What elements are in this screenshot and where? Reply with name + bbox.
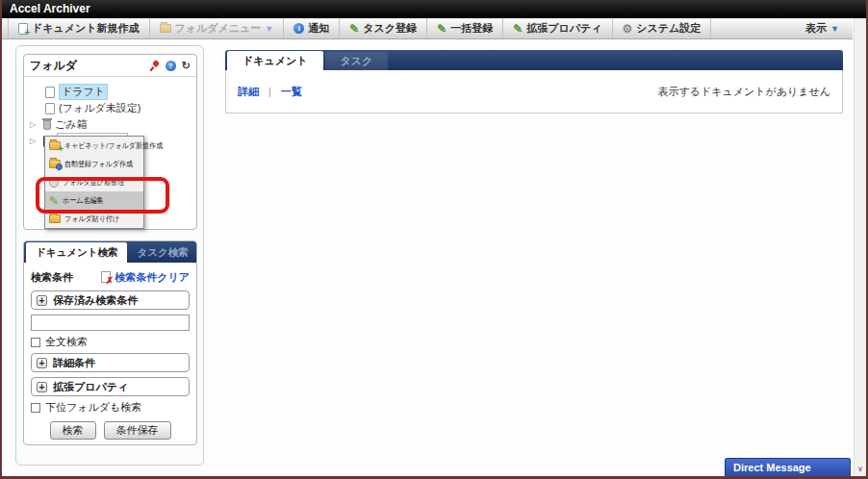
document-panel: ドキュメント タスク 詳細 | 一覧 表示するドキュメントがありません [225,50,843,113]
document-icon [45,87,55,98]
folder-panel-header: フォルダ ? ↻ [24,55,196,77]
subfolder-checkbox-row: 下位フォルダも検索 [31,401,190,414]
tree-item-label: ごみ箱 [55,117,88,132]
new-document-button[interactable]: ドキュメント新規作成 [8,18,150,38]
trash-icon [43,120,51,130]
tree-item-trash[interactable]: ▷ ごみ箱 [24,116,196,133]
task-register-label: タスク登録 [363,21,417,36]
tree-item-unfiled[interactable]: (フォルダ未設定) [24,100,196,116]
clear-criteria-label: 検索条件クリア [115,270,190,285]
scrollbar-down-arrow-icon[interactable]: ∨ [855,462,866,476]
chevron-down-icon: ▼ [265,24,273,34]
plus-icon[interactable]: + [37,382,47,392]
menu-item-paste-folder[interactable]: フォルダ貼り付け [45,210,143,228]
toolbar: ドキュメント新規作成 フォルダメニュー ▼ i 通知 ✎ タスク登録 ✎ 一括登… [2,18,853,39]
detail-view-link[interactable]: 詳細 [238,85,259,99]
plus-icon[interactable]: + [37,295,47,306]
tab-task[interactable]: タスク [325,52,389,70]
saved-conditions-expander[interactable]: + 保存済み検索条件 [31,290,190,310]
menu-item-label: ホーム名編集 [63,195,104,206]
bulk-register-label: 一括登録 [450,21,493,36]
document-tab-bar: ドキュメント タスク [225,50,843,70]
extended-property-expander[interactable]: + 拡張プロパティ [31,377,190,396]
tab-document[interactable]: ドキュメント [227,51,323,70]
list-view-link[interactable]: 一覧 [281,85,302,99]
folder-panel-title: フォルダ [30,58,149,74]
fulltext-checkbox-row: 全文検索 [31,336,190,348]
subfolder-checkbox[interactable] [31,403,40,413]
document-panel-content: 詳細 | 一覧 表示するドキュメントがありません [225,70,843,113]
link-separator: | [268,86,271,97]
tree-item-label: ドラフト [59,84,108,100]
organize-icon [49,178,59,188]
folder-auto-icon [49,160,61,168]
menu-item-folder-organize[interactable]: フォルダ並び順整理 [45,173,143,191]
menu-item-edit-home-name[interactable]: ✎ ホーム名編集 [45,191,143,210]
bulk-register-button[interactable]: ✎ 一括登録 [427,18,503,38]
menu-item-label: フォルダ並び順整理 [63,177,124,188]
info-icon: i [294,23,304,34]
fulltext-checkbox[interactable] [31,338,40,347]
tree-item-label: (フォルダ未設定) [59,101,140,115]
folder-menu-label: フォルダメニュー [175,21,262,36]
extended-property-button[interactable]: ✎ 拡張プロパティ [503,18,612,38]
clear-icon [101,271,111,283]
extended-property-label: 拡張プロパティ [53,380,128,394]
document-icon [45,103,55,114]
search-panel: ドキュメント検索 タスク検索 検索条件 検索条件クリア + 保存済み検索条件 全… [23,240,197,445]
view-menu-button[interactable]: 表示 ▼ [792,21,853,36]
saved-conditions-label: 保存済み検索条件 [53,293,138,308]
folder-plus-icon [49,141,61,150]
vertical-scrollbar[interactable]: ∨ [854,18,866,476]
help-icon[interactable]: ? [166,61,176,71]
task-register-button[interactable]: ✎ タスク登録 [340,18,427,38]
chevron-down-icon: ▼ [830,24,839,34]
plus-icon[interactable]: + [37,358,47,368]
menu-item-label: キャビネット/フォルダ新規作成 [64,140,163,151]
clear-criteria-link[interactable]: 検索条件クリア [101,270,190,285]
detail-conditions-expander[interactable]: + 詳細条件 [31,353,190,372]
subfolder-checkbox-label: 下位フォルダも検索 [45,400,141,415]
empty-message: 表示するドキュメントがありません [657,85,830,99]
title-bar: Accel Archiver [2,0,866,18]
refresh-icon[interactable]: ↻ [182,61,191,71]
folder-context-menu: キャビネット/フォルダ新規作成 自動登録フォルダ作成 フォルダ並び順整理 ✎ ホ… [44,136,144,229]
expand-triangle-icon[interactable]: ▷ [30,137,39,145]
save-conditions-button[interactable]: 条件保存 [104,421,171,440]
pencil-icon: ✎ [437,23,447,35]
tab-document-search[interactable]: ドキュメント検索 [26,242,127,263]
direct-message-bar[interactable]: Direct Message [725,458,851,476]
extended-property-label: 拡張プロパティ [526,21,601,36]
notification-label: 通知 [308,21,329,36]
new-document-label: ドキュメント新規作成 [32,21,140,36]
system-settings-button[interactable]: ⚙ システム設定 [613,18,712,38]
menu-item-label: 自動登録フォルダ作成 [64,159,133,169]
menu-item-auto-register-folder[interactable]: 自動登録フォルダ作成 [45,155,143,173]
gear-icon: ⚙ [623,23,633,35]
notification-button[interactable]: i 通知 [284,18,340,38]
search-button[interactable]: 検索 [50,421,96,440]
search-tab-bar: ドキュメント検索 タスク検索 [24,241,196,263]
app-title: Accel Archiver [10,2,90,15]
detail-conditions-label: 詳細条件 [53,356,95,370]
fulltext-checkbox-label: 全文検索 [45,335,88,349]
pin-icon[interactable] [149,60,160,71]
app-window: Accel Archiver ドキュメント新規作成 フォルダメニュー ▼ i 通… [0,0,868,479]
menu-item-label: フォルダ貼り付け [64,214,119,224]
folder-menu-button[interactable]: フォルダメニュー ▼ [150,18,285,38]
pencil-icon: ✎ [349,23,359,35]
search-criteria-label: 検索条件 [31,270,73,285]
view-menu-label: 表示 [805,21,827,36]
menu-item-new-cabinet-folder[interactable]: キャビネット/フォルダ新規作成 [45,137,143,155]
pencil-icon: ✎ [513,23,523,35]
keyword-input[interactable] [31,315,190,331]
direct-message-label: Direct Message [733,462,811,473]
tree-item-draft[interactable]: ドラフト [24,84,196,100]
folder-icon [160,24,171,33]
expand-triangle-icon[interactable]: ▷ [30,120,39,129]
search-panel-body: 検索条件 検索条件クリア + 保存済み検索条件 全文検索 + 詳細条件 + [24,263,196,440]
tab-task-search[interactable]: タスク検索 [127,241,197,263]
pencil-icon: ✎ [49,195,59,207]
new-document-icon [18,23,28,35]
folder-paste-icon [49,214,61,223]
